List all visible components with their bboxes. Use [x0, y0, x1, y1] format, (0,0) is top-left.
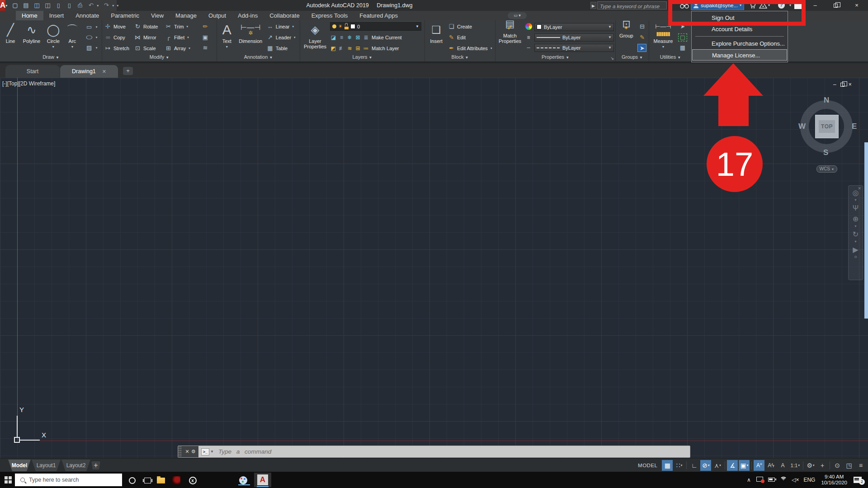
move-button[interactable]: ✢Move — [104, 22, 132, 31]
layout-tab-layout2[interactable]: Layout2 — [61, 460, 90, 471]
fillet-button[interactable]: ╭Fillet▾ — [165, 33, 198, 42]
layer-on-all-icon[interactable]: ◩ — [330, 45, 337, 52]
dimension-button[interactable]: ⊢—⊣✲ Dimension — [237, 21, 264, 53]
text-dropdown-icon[interactable]: ▼ — [225, 44, 228, 50]
color-combo-dropdown-icon[interactable]: ▼ — [608, 25, 612, 29]
make-current-icon[interactable]: ≣ — [363, 34, 369, 41]
volume-muted-icon[interactable]: ◁× — [789, 477, 801, 483]
new-drawing-tab-icon[interactable]: + — [123, 67, 133, 75]
orbit-dropdown-icon[interactable]: ▾ — [854, 240, 856, 244]
panel-label-properties[interactable]: Properties ▼ — [495, 54, 615, 61]
erase-icon[interactable]: ✏ — [201, 23, 210, 31]
match-layer-label[interactable]: Match Layer — [372, 46, 399, 51]
navbar-close-icon[interactable]: ✕ — [858, 186, 861, 191]
command-recent-dropdown-icon[interactable]: ▼ — [210, 450, 214, 454]
layer-lock-icon[interactable]: ⊠ — [354, 34, 361, 41]
layer-isolate-icon[interactable]: ≡ — [338, 34, 345, 41]
clean-screen-icon[interactable]: ◳ — [844, 460, 854, 471]
taskbar-search[interactable] — [15, 474, 122, 486]
linear-dimension-button[interactable]: ↔Linear▾ — [266, 22, 298, 31]
xbox-icon[interactable]: x — [186, 475, 199, 485]
undo-dropdown-icon[interactable]: ▾ — [97, 4, 100, 8]
command-input[interactable] — [214, 448, 690, 455]
grid-toggle-icon[interactable]: ▦ — [662, 460, 673, 471]
rectangle-button[interactable]: ▭▾ — [85, 23, 98, 31]
app-menu-arrow-icon[interactable]: ▾ — [5, 4, 7, 8]
create-block-button[interactable]: ❏Create — [448, 22, 494, 31]
linetype-combo-dropdown-icon[interactable]: ▼ — [608, 46, 612, 50]
select-window-icon[interactable]: ▢ — [678, 33, 687, 42]
taskbar-clock[interactable]: 9:40 AM 10/16/2020 — [817, 474, 851, 486]
group-button[interactable]: ⊡✶ Group — [618, 21, 635, 53]
ellipse-button[interactable]: ◯▾ — [85, 33, 98, 42]
edit-block-button[interactable]: ✎Edit — [448, 33, 494, 42]
line-button[interactable]: ╱ Line — [2, 21, 19, 53]
wcs-menu-button[interactable]: WCS ▼ — [816, 165, 837, 173]
measure-button[interactable]: ⊢—⊣ Measure ▼ — [651, 21, 675, 53]
vertical-scrollbar[interactable] — [864, 142, 868, 319]
annotation-auto-icon[interactable]: Aϟ — [765, 460, 776, 471]
panel-label-groups[interactable]: Groups ▼ — [616, 54, 649, 61]
annotation-plain-icon[interactable]: A — [777, 460, 788, 471]
layout-tab-model[interactable]: Model — [8, 460, 31, 471]
table-button[interactable]: ▦Table — [266, 44, 298, 52]
panel-label-draw[interactable]: Draw ▼ — [0, 54, 102, 61]
polyline-button[interactable]: ∿ Polyline — [21, 21, 42, 53]
viewcube-south[interactable]: S — [823, 148, 828, 157]
trim-button[interactable]: ✂Trim▾ — [165, 22, 198, 31]
viewcube-east[interactable]: E — [852, 122, 857, 131]
properties-dialog-launcher-icon[interactable]: ↘ — [610, 56, 614, 61]
doc-minimize-icon[interactable]: – — [833, 81, 836, 88]
isometric-drafting-icon[interactable]: ⋏▾ — [712, 460, 723, 471]
tab-annotate[interactable]: Annotate — [70, 11, 105, 20]
layer-properties-button[interactable]: ◈ Layer Properties — [302, 21, 328, 53]
menu-item-manage-license[interactable]: Manage License... — [692, 49, 787, 61]
object-color-icon[interactable] — [524, 23, 533, 31]
restore-button[interactable] — [828, 0, 843, 11]
viewport-controls-label[interactable]: [-][Top][2D Wireframe] — [2, 80, 55, 87]
panel-label-block[interactable]: Block ▼ — [425, 54, 495, 61]
arc-button[interactable]: ⌒ Arc ▼ — [64, 21, 80, 53]
menu-item-explore-purchase-options[interactable]: Explore Purchase Options... — [692, 38, 788, 49]
plot-icon[interactable]: ⎙ — [75, 1, 85, 10]
new-layout-icon[interactable]: + — [91, 461, 100, 469]
leader-button[interactable]: ↗Leader▾ — [266, 33, 298, 42]
snap-toggle-icon[interactable]: ∷▾ — [674, 460, 684, 471]
linetype-icon[interactable]: ┄ — [524, 45, 533, 51]
panel-label-layers[interactable]: Layers ▼ — [300, 54, 425, 61]
infocenter-search[interactable] — [597, 1, 667, 9]
showmotion-icon[interactable]: ▶ — [853, 244, 858, 255]
viewcube-north[interactable]: N — [824, 96, 829, 105]
hidden-icons-chevron-icon[interactable]: ∧ — [743, 477, 754, 483]
annotation-scale-icon[interactable]: ∡ — [727, 460, 738, 471]
command-line[interactable]: ✕ ⚙ >_ ▼ — [178, 446, 690, 458]
layer-combo-dropdown-icon[interactable]: ▼ — [415, 24, 419, 28]
app-menu-button[interactable]: A — [0, 0, 5, 11]
battery-icon[interactable] — [765, 477, 778, 483]
linetype-combo[interactable]: ByLayer ▼ — [534, 44, 614, 52]
command-close-icon[interactable]: ✕ — [185, 449, 189, 455]
tab-output[interactable]: Output — [203, 11, 232, 20]
customization-menu-icon[interactable]: ≡ — [855, 460, 866, 471]
task-view-icon[interactable] — [141, 475, 154, 485]
save-icon[interactable]: ◫ — [32, 1, 42, 10]
tab-featured-apps[interactable]: Featured Apps — [354, 11, 404, 20]
cortana-icon[interactable] — [126, 475, 138, 485]
layer-freeze-icon[interactable]: ❄ — [346, 34, 353, 41]
lineweight-combo[interactable]: ByLayer ▼ — [534, 33, 614, 42]
viewcube-west[interactable]: W — [798, 122, 806, 131]
file-explorer-icon[interactable] — [155, 475, 167, 485]
edit-attributes-button[interactable]: ✒Edit Attributes▾ — [448, 44, 494, 52]
zoom-dropdown-icon[interactable]: ▾ — [854, 225, 856, 229]
insert-block-button[interactable]: ❑ Insert — [427, 21, 446, 53]
quick-calculator-icon[interactable]: ▦ — [678, 44, 687, 52]
zoom-extents-icon[interactable]: ⊕ — [853, 214, 859, 225]
scale-button[interactable]: ⊡Scale — [134, 44, 163, 52]
language-indicator[interactable]: ENG — [801, 477, 817, 483]
new-file-icon[interactable]: ▢ — [10, 1, 20, 10]
open-file-icon[interactable]: ▤ — [21, 1, 31, 10]
redo-icon[interactable]: ↷ — [101, 1, 111, 10]
measure-dropdown-icon[interactable]: ▼ — [662, 44, 665, 50]
pan-icon[interactable]: Ψ — [853, 203, 859, 214]
color-combo[interactable]: ByLayer ▼ — [534, 23, 614, 31]
